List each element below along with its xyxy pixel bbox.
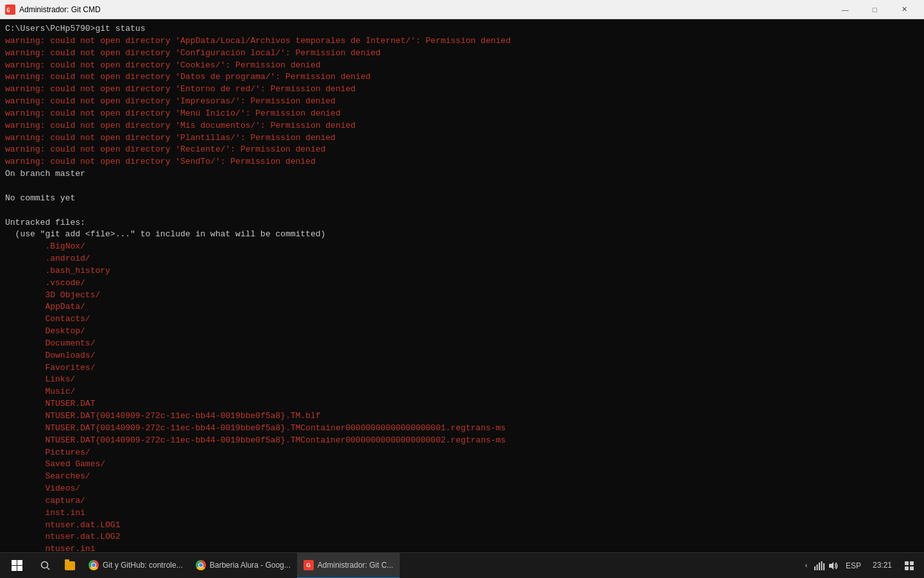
network-icon[interactable] [814, 560, 825, 572]
search-icon [40, 561, 51, 571]
notification-icon [904, 561, 914, 571]
taskbar-items: Git y GitHub: controle... Barberia Alura… [82, 553, 796, 579]
svg-rect-8 [823, 563, 825, 570]
search-button[interactable] [33, 553, 58, 579]
chrome-icon-1 [89, 560, 99, 570]
taskbar-item-chrome-barberia[interactable]: Barberia Alura - Goog... [189, 553, 297, 579]
svg-marker-9 [829, 562, 834, 570]
taskbar-item-label-1: Git y GitHub: controle... [103, 561, 183, 570]
start-button[interactable] [0, 553, 33, 579]
volume-icon[interactable] [828, 560, 839, 572]
title-bar-text: Administrador: Git CMD [19, 5, 830, 14]
folder-icon [65, 561, 75, 570]
windows-icon [12, 560, 22, 571]
clock-time: 23:21 [873, 560, 892, 571]
taskbar-item-git-cmd[interactable]: G Administrador: Git C... [297, 553, 400, 579]
svg-rect-11 [910, 561, 914, 565]
svg-rect-5 [816, 565, 817, 570]
svg-rect-7 [821, 561, 822, 570]
close-button[interactable]: ✕ [889, 0, 919, 19]
svg-rect-12 [905, 566, 909, 570]
svg-rect-10 [905, 561, 909, 565]
chrome-icon-2 [196, 560, 206, 570]
git-icon: G [304, 560, 314, 570]
taskbar-right: ‹ ESP 23:21 [796, 553, 924, 579]
title-bar-controls: — □ ✕ [830, 0, 919, 19]
tray-overflow[interactable]: ‹ [801, 562, 811, 570]
notification-center[interactable] [900, 553, 919, 579]
svg-text:G: G [6, 7, 10, 13]
svg-rect-13 [910, 566, 914, 570]
svg-rect-4 [814, 566, 816, 570]
git-cmd-icon: G [5, 4, 15, 15]
file-explorer-button[interactable] [58, 553, 82, 579]
taskbar: Git y GitHub: controle... Barberia Alura… [0, 552, 924, 578]
taskbar-clock[interactable]: 23:21 [868, 560, 897, 571]
svg-point-2 [42, 561, 48, 568]
language-indicator[interactable]: ESP [842, 561, 865, 570]
maximize-button[interactable]: □ [860, 0, 889, 19]
taskbar-item-label-2: Barberia Alura - Goog... [210, 561, 291, 570]
terminal-window[interactable]: C:\Users\PcHp5790>git status warning: co… [0, 19, 924, 552]
title-bar: G Administrador: Git CMD — □ ✕ [0, 0, 924, 19]
svg-rect-6 [819, 563, 820, 570]
svg-line-3 [47, 567, 50, 570]
taskbar-item-label-3: Administrador: Git C... [318, 561, 393, 570]
terminal-content: C:\Users\PcHp5790>git status warning: co… [5, 23, 919, 552]
taskbar-item-chrome-git[interactable]: Git y GitHub: controle... [82, 553, 189, 579]
tray-overflow-icon: ‹ [804, 562, 809, 570]
minimize-button[interactable]: — [830, 0, 860, 19]
